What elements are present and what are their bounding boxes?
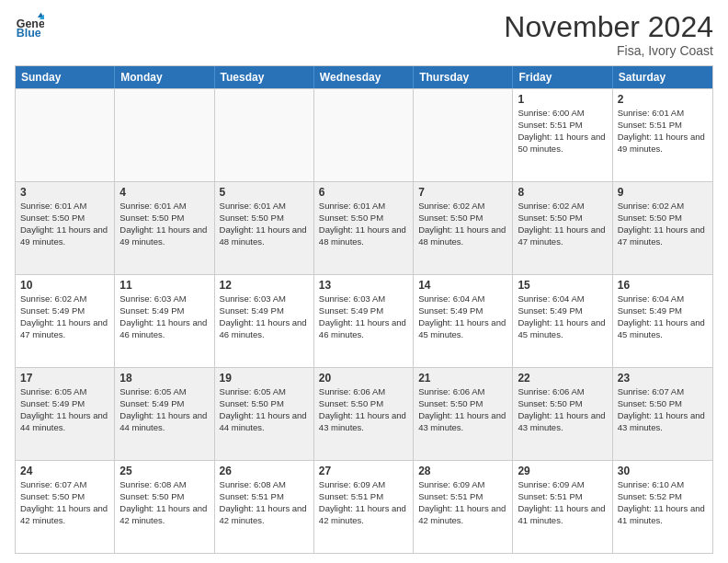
cell-info-line: Sunrise: 6:06 AM xyxy=(518,386,607,398)
cell-info-line: Sunrise: 6:01 AM xyxy=(20,201,109,213)
cell-info-line: Sunrise: 6:05 AM xyxy=(220,386,309,398)
weekday-header: Saturday xyxy=(613,66,712,88)
calendar-cell: 28Sunrise: 6:09 AMSunset: 5:51 PMDayligh… xyxy=(414,461,513,553)
cell-info-line: Daylight: 11 hours and 43 minutes. xyxy=(518,410,607,434)
day-number: 21 xyxy=(418,372,507,385)
calendar-cell: 23Sunrise: 6:07 AMSunset: 5:50 PMDayligh… xyxy=(613,368,712,460)
cell-info-line: Sunset: 5:50 PM xyxy=(220,213,309,224)
cell-info-line: Sunset: 5:50 PM xyxy=(518,213,607,224)
day-number: 14 xyxy=(418,279,507,292)
calendar-cell: 7Sunrise: 6:02 AMSunset: 5:50 PMDaylight… xyxy=(414,182,513,274)
day-number: 4 xyxy=(119,186,209,199)
svg-text:Blue: Blue xyxy=(17,27,41,40)
weekday-header: Sunday xyxy=(16,66,115,88)
calendar-cell: 15Sunrise: 6:04 AMSunset: 5:49 PMDayligh… xyxy=(513,275,612,367)
cell-info-line: Sunrise: 6:06 AM xyxy=(319,386,408,398)
cell-info-line: Sunrise: 6:05 AM xyxy=(20,386,109,398)
cell-info-line: Daylight: 11 hours and 43 minutes. xyxy=(319,410,408,434)
cell-info-line: Sunset: 5:49 PM xyxy=(518,305,607,317)
weekday-header: Tuesday xyxy=(215,66,314,88)
cell-info-line: Sunrise: 6:10 AM xyxy=(618,479,708,491)
day-number: 1 xyxy=(518,93,607,106)
cell-info-line: Sunrise: 6:07 AM xyxy=(20,479,109,491)
cell-info-line: Sunset: 5:49 PM xyxy=(20,305,109,317)
cell-info-line: Sunset: 5:52 PM xyxy=(618,491,708,503)
cell-info-line: Daylight: 11 hours and 42 minutes. xyxy=(119,503,209,527)
logo-icon: General Blue xyxy=(15,11,44,40)
cell-info-line: Sunrise: 6:04 AM xyxy=(618,293,708,305)
day-number: 5 xyxy=(220,186,309,199)
cell-info-line: Sunset: 5:51 PM xyxy=(518,120,607,132)
cell-info-line: Daylight: 11 hours and 48 minutes. xyxy=(319,224,408,248)
cell-info-line: Daylight: 11 hours and 47 minutes. xyxy=(20,317,109,341)
cell-info-line: Sunrise: 6:04 AM xyxy=(418,293,507,305)
cell-info-line: Sunset: 5:50 PM xyxy=(119,213,209,224)
cell-info-line: Daylight: 11 hours and 43 minutes. xyxy=(418,410,507,434)
calendar-cell: 14Sunrise: 6:04 AMSunset: 5:49 PMDayligh… xyxy=(414,275,513,367)
day-number: 22 xyxy=(518,372,607,385)
calendar-cell: 2Sunrise: 6:01 AMSunset: 5:51 PMDaylight… xyxy=(613,89,712,181)
weekday-header: Thursday xyxy=(414,66,513,88)
cell-info-line: Sunrise: 6:03 AM xyxy=(119,293,209,305)
day-number: 17 xyxy=(20,372,109,385)
calendar-page: General Blue November 2024 Fisa, Ivory C… xyxy=(0,0,728,563)
cell-info-line: Daylight: 11 hours and 49 minutes. xyxy=(119,224,209,248)
cell-info-line: Sunset: 5:50 PM xyxy=(618,213,708,224)
cell-info-line: Sunrise: 6:02 AM xyxy=(518,201,607,213)
day-number: 13 xyxy=(319,279,408,292)
cell-info-line: Daylight: 11 hours and 44 minutes. xyxy=(220,410,309,434)
cell-info-line: Sunset: 5:49 PM xyxy=(319,305,408,317)
calendar-cell: 13Sunrise: 6:03 AMSunset: 5:49 PMDayligh… xyxy=(314,275,414,367)
calendar-cell: 25Sunrise: 6:08 AMSunset: 5:50 PMDayligh… xyxy=(115,461,214,553)
cell-info-line: Sunrise: 6:06 AM xyxy=(418,386,507,398)
day-number: 3 xyxy=(20,186,109,199)
calendar-cell: 22Sunrise: 6:06 AMSunset: 5:50 PMDayligh… xyxy=(513,368,612,460)
day-number: 11 xyxy=(119,279,209,292)
cell-info-line: Daylight: 11 hours and 45 minutes. xyxy=(518,317,607,341)
cell-info-line: Sunrise: 6:05 AM xyxy=(119,386,209,398)
cell-info-line: Sunrise: 6:08 AM xyxy=(220,479,309,491)
day-number: 7 xyxy=(418,186,507,199)
day-number: 6 xyxy=(319,186,408,199)
cell-info-line: Daylight: 11 hours and 41 minutes. xyxy=(618,503,708,527)
cell-info-line: Sunrise: 6:09 AM xyxy=(319,479,408,491)
cell-info-line: Daylight: 11 hours and 41 minutes. xyxy=(518,503,607,527)
day-number: 24 xyxy=(20,465,109,477)
calendar-cell: 1Sunrise: 6:00 AMSunset: 5:51 PMDaylight… xyxy=(513,89,612,181)
cell-info-line: Sunset: 5:50 PM xyxy=(319,398,408,410)
calendar-cell xyxy=(16,89,115,181)
calendar-cell: 21Sunrise: 6:06 AMSunset: 5:50 PMDayligh… xyxy=(414,368,513,460)
cell-info-line: Sunset: 5:51 PM xyxy=(319,491,408,503)
cell-info-line: Daylight: 11 hours and 47 minutes. xyxy=(518,224,607,248)
cell-info-line: Daylight: 11 hours and 42 minutes. xyxy=(220,503,309,527)
day-number: 18 xyxy=(119,372,209,385)
cell-info-line: Daylight: 11 hours and 42 minutes. xyxy=(20,503,109,527)
day-number: 20 xyxy=(319,372,408,385)
calendar-cell: 6Sunrise: 6:01 AMSunset: 5:50 PMDaylight… xyxy=(314,182,414,274)
cell-info-line: Daylight: 11 hours and 48 minutes. xyxy=(418,224,507,248)
calendar-row: 24Sunrise: 6:07 AMSunset: 5:50 PMDayligh… xyxy=(16,460,712,553)
calendar-cell xyxy=(314,89,414,181)
calendar-cell: 18Sunrise: 6:05 AMSunset: 5:49 PMDayligh… xyxy=(115,368,214,460)
cell-info-line: Sunset: 5:51 PM xyxy=(220,491,309,503)
day-number: 8 xyxy=(518,186,607,199)
cell-info-line: Sunset: 5:49 PM xyxy=(119,398,209,410)
cell-info-line: Daylight: 11 hours and 45 minutes. xyxy=(418,317,507,341)
cell-info-line: Daylight: 11 hours and 45 minutes. xyxy=(618,317,708,341)
calendar-cell: 24Sunrise: 6:07 AMSunset: 5:50 PMDayligh… xyxy=(16,461,115,553)
cell-info-line: Daylight: 11 hours and 42 minutes. xyxy=(319,503,408,527)
cell-info-line: Sunrise: 6:03 AM xyxy=(319,293,408,305)
calendar-cell: 20Sunrise: 6:06 AMSunset: 5:50 PMDayligh… xyxy=(314,368,414,460)
cell-info-line: Sunset: 5:51 PM xyxy=(618,120,708,132)
cell-info-line: Daylight: 11 hours and 46 minutes. xyxy=(220,317,309,341)
day-number: 9 xyxy=(618,186,708,199)
cell-info-line: Sunrise: 6:01 AM xyxy=(618,108,708,120)
cell-info-line: Daylight: 11 hours and 50 minutes. xyxy=(518,132,607,155)
day-number: 30 xyxy=(618,465,708,477)
cell-info-line: Sunset: 5:49 PM xyxy=(119,305,209,317)
cell-info-line: Sunrise: 6:00 AM xyxy=(518,108,607,120)
cell-info-line: Sunrise: 6:01 AM xyxy=(119,201,209,213)
calendar-row: 17Sunrise: 6:05 AMSunset: 5:49 PMDayligh… xyxy=(16,367,712,460)
cell-info-line: Sunrise: 6:01 AM xyxy=(319,201,408,213)
cell-info-line: Sunrise: 6:09 AM xyxy=(518,479,607,491)
